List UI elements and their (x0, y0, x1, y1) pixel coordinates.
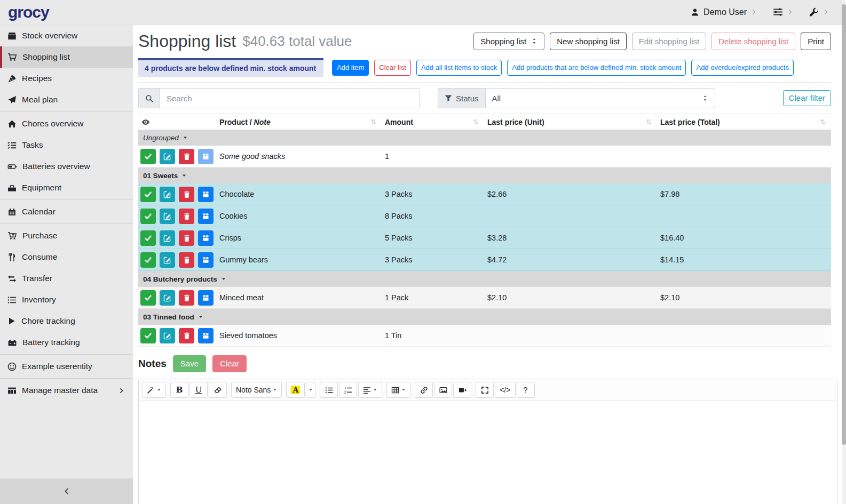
sidebar-item-recipes[interactable]: Recipes (0, 68, 133, 89)
scrollbar-thumb[interactable] (842, 4, 846, 445)
group-header-butchery[interactable]: 04 Butchery products (138, 271, 831, 287)
sidebar-item-example-userentity[interactable]: Example userentity (0, 356, 133, 377)
edit-button[interactable] (160, 328, 175, 343)
group-header-ungrouped[interactable]: Ungrouped (138, 130, 831, 146)
delete-shopping-list-button[interactable]: Delete shopping list (711, 33, 795, 50)
amount-column-header[interactable]: Amount ⇅ (382, 114, 484, 130)
sidebar-item-consume[interactable]: Consume (0, 246, 133, 268)
clear-filter-button[interactable]: Clear filter (783, 90, 831, 106)
add-to-stock-button[interactable] (198, 328, 214, 343)
total-price-column-header[interactable]: Last price (Total) ⇅ (657, 114, 831, 130)
sidebar-item-purchase[interactable]: Purchase (0, 225, 133, 246)
font-color-button[interactable]: A (286, 382, 305, 398)
sidebar-item-stock-overview[interactable]: Stock overview (0, 25, 133, 46)
add-overdue-button[interactable]: Add overdue/expired products (691, 60, 793, 76)
delete-button[interactable] (179, 328, 194, 343)
edit-button[interactable] (160, 187, 175, 202)
unordered-list-button[interactable] (320, 382, 338, 398)
clear-formatting-button[interactable] (209, 382, 227, 398)
insert-video-button[interactable] (453, 382, 471, 398)
group-header-sweets[interactable]: 01 Sweets (138, 167, 831, 183)
sort-icon[interactable]: ⇅ (646, 118, 652, 126)
sort-icon[interactable]: ⇅ (820, 118, 826, 126)
group-header-tinned-food[interactable]: 03 Tinned food (138, 309, 831, 325)
sidebar-item-tasks[interactable]: Tasks (0, 134, 133, 156)
search-input[interactable] (160, 88, 420, 108)
sidebar-item-shopping-list[interactable]: Shopping list (0, 46, 133, 68)
below-min-stock-alert[interactable]: 4 products are below defined min. stock … (138, 58, 323, 77)
mark-done-button[interactable] (140, 149, 156, 164)
edit-button[interactable] (160, 290, 175, 306)
add-to-stock-button[interactable] (198, 252, 214, 268)
sort-icon[interactable]: ⇅ (370, 118, 376, 126)
edit-button[interactable] (160, 149, 175, 164)
mark-done-button[interactable] (140, 290, 156, 306)
settings-menu[interactable] (773, 7, 793, 17)
sidebar-item-inventory[interactable]: Inventory (0, 289, 133, 310)
edit-button[interactable] (160, 252, 175, 268)
insert-picture-button[interactable] (434, 382, 452, 398)
print-button[interactable]: Print (801, 33, 831, 50)
sidebar-collapse-button[interactable] (0, 478, 133, 504)
underline-button[interactable]: U (189, 382, 208, 398)
status-select[interactable]: All (485, 88, 715, 108)
delete-button[interactable] (179, 209, 194, 224)
add-to-stock-button[interactable] (198, 187, 214, 202)
column-visibility-header[interactable] (138, 114, 216, 130)
delete-button[interactable] (179, 230, 194, 246)
help-button[interactable]: ? (517, 382, 535, 398)
sidebar-item-meal-plan[interactable]: Meal plan (0, 89, 133, 110)
user-menu[interactable]: Demo User (691, 7, 757, 17)
sidebar-item-transfer[interactable]: Transfer (0, 268, 133, 289)
product-column-header[interactable]: Product / Note ⇅ (216, 114, 382, 130)
mark-done-button[interactable] (140, 187, 156, 202)
admin-menu[interactable] (809, 7, 829, 17)
sidebar-item-calendar[interactable]: Calendar (0, 201, 133, 222)
notes-clear-button[interactable]: Clear (212, 355, 247, 372)
mark-done-button[interactable] (140, 328, 156, 343)
mark-done-button[interactable] (140, 230, 156, 246)
scrollbar-track[interactable] (842, 0, 846, 504)
new-shopping-list-button[interactable]: New shopping list (550, 33, 627, 50)
magic-style-button[interactable] (142, 382, 166, 398)
clear-list-button[interactable]: Clear list (374, 60, 411, 76)
sort-icon[interactable]: ⇅ (473, 118, 479, 126)
add-to-stock-button[interactable] (198, 230, 214, 246)
sidebar-item-chores-overview[interactable]: Chores overview (0, 113, 133, 134)
sidebar-item-chore-tracking[interactable]: Chore tracking (0, 310, 133, 332)
add-below-min-stock-button[interactable]: Add products that are below defined min.… (507, 60, 686, 76)
delete-button[interactable] (179, 290, 194, 306)
add-all-to-stock-button[interactable]: Add all list items to stock (416, 60, 502, 76)
code-view-button[interactable]: </> (495, 382, 515, 398)
delete-button[interactable] (179, 149, 194, 164)
unit-price-column-header[interactable]: Last price (Unit) ⇅ (484, 114, 657, 130)
insert-table-button[interactable] (386, 382, 410, 398)
sidebar-item-manage-master-data[interactable]: Manage master data (0, 380, 133, 401)
sidebar-item-batteries-overview[interactable]: Batteries overview (0, 156, 133, 177)
font-family-button[interactable]: Noto Sans (231, 382, 282, 398)
fullscreen-button[interactable] (476, 382, 494, 398)
edit-button[interactable] (160, 209, 175, 224)
delete-button[interactable] (179, 252, 194, 268)
sidebar-item-label: Chore tracking (21, 316, 75, 326)
sidebar-item-equipment[interactable]: Equipment (0, 177, 133, 198)
color-dropdown-button[interactable] (306, 382, 315, 398)
add-to-stock-button[interactable] (198, 290, 214, 306)
bold-button[interactable]: B (170, 382, 188, 398)
edit-button[interactable] (160, 230, 175, 246)
add-item-button[interactable]: Add item (332, 60, 369, 76)
wrench-icon (809, 7, 819, 17)
insert-link-button[interactable] (415, 382, 433, 398)
edit-shopping-list-button[interactable]: Edit shopping list (632, 33, 706, 50)
add-to-stock-button[interactable] (198, 149, 214, 164)
delete-button[interactable] (179, 187, 194, 202)
mark-done-button[interactable] (140, 209, 156, 224)
shopping-list-select[interactable]: Shopping list (473, 33, 544, 50)
mark-done-button[interactable] (140, 252, 156, 268)
notes-save-button[interactable]: Save (173, 355, 206, 372)
add-to-stock-button[interactable] (198, 209, 214, 224)
ordered-list-button[interactable] (339, 382, 357, 398)
editor-content-area[interactable] (139, 401, 837, 504)
sidebar-item-battery-tracking[interactable]: Battery tracking (0, 332, 133, 353)
paragraph-align-button[interactable] (358, 382, 382, 398)
